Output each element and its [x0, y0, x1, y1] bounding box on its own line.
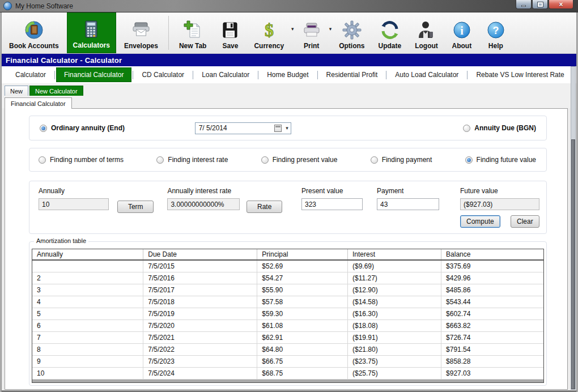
clear-button[interactable]: Clear [511, 215, 539, 228]
table-cell[interactable]: $62.91 [257, 331, 348, 343]
scrollbar-thumb[interactable] [571, 139, 575, 389]
toolbar-button-options[interactable]: Options [333, 12, 370, 53]
table-cell[interactable]: 2 [32, 272, 143, 284]
toolbar-button-envelopes[interactable]: Envelopes [118, 12, 164, 53]
table-cell[interactable]: 7/5/2017 [143, 284, 257, 296]
column-header-interest[interactable]: Interest [348, 249, 441, 260]
table-cell[interactable]: $57.58 [257, 296, 348, 308]
table-cell[interactable]: 3 [32, 284, 143, 296]
minimize-button[interactable] [516, 0, 532, 9]
tab-financial-calculator[interactable]: Financial Calculator [56, 67, 131, 82]
table-cell[interactable]: 7/5/2021 [143, 331, 257, 343]
toolbar-button-about[interactable]: iAbout [446, 12, 478, 53]
radio-finding-interest-rate[interactable]: Finding interest rate [156, 156, 228, 164]
table-cell[interactable]: ($19.91) [348, 331, 441, 343]
table-cell[interactable]: $55.90 [257, 284, 348, 296]
radio-finding-present-value[interactable]: Finding present value [261, 156, 338, 164]
toolbar-button-new-tab[interactable]: New Tab [173, 12, 212, 53]
future-value-input[interactable] [460, 198, 539, 210]
payment-input[interactable] [377, 198, 439, 210]
toolbar-button-help[interactable]: ?Help [480, 12, 512, 53]
tab-loan-calculator[interactable]: Loan Calculator [194, 68, 257, 82]
table-cell[interactable]: 6 [32, 319, 143, 331]
table-cell[interactable]: $54.27 [257, 272, 348, 284]
table-cell[interactable]: 10 [32, 367, 143, 379]
table-cell[interactable]: 5 [32, 308, 143, 319]
toolbar-button-save[interactable]: Save [214, 12, 246, 53]
table-cell[interactable]: $64.80 [257, 343, 348, 355]
maximize-button[interactable] [532, 0, 548, 9]
table-cell[interactable]: $429.96 [441, 272, 543, 284]
table-cell[interactable]: 7/5/2022 [143, 343, 257, 355]
table-cell[interactable]: $61.08 [257, 319, 348, 331]
present-value-input[interactable] [301, 198, 363, 210]
table-cell[interactable]: $68.75 [257, 367, 348, 379]
tab-home-budget[interactable]: Home Budget [260, 68, 316, 82]
table-cell[interactable]: 9 [32, 355, 143, 367]
table-cell[interactable]: 7/5/2018 [143, 296, 257, 308]
toolbar-button-update[interactable]: Update [372, 12, 407, 53]
radio-finding-number-of-terms[interactable]: Finding number of terms [39, 156, 124, 164]
start-date-picker[interactable]: 7/ 5/2014 ▾ [195, 122, 291, 134]
table-cell[interactable]: 7 [32, 331, 143, 343]
tab-rebate-vs-low-interest-rate[interactable]: Rebate VS Low Interest Rate [469, 68, 571, 82]
vertical-scrollbar[interactable] [571, 66, 576, 390]
tab-cd-calculator[interactable]: CD Calculator [134, 68, 192, 82]
annually-input[interactable] [39, 198, 109, 210]
currency-dropdown-arrow[interactable]: ▾ [291, 26, 295, 32]
table-cell[interactable]: 7/5/2016 [143, 272, 257, 284]
table-cell[interactable]: ($23.75) [348, 355, 441, 367]
table-cell[interactable]: $543.44 [441, 296, 543, 308]
date-dropdown-arrow[interactable]: ▾ [283, 125, 291, 131]
table-cell[interactable]: $485.86 [441, 284, 543, 296]
table-cell[interactable]: $858.28 [441, 355, 543, 367]
table-cell[interactable]: $602.74 [441, 308, 543, 319]
table-cell[interactable]: ($12.90) [348, 284, 441, 296]
table-cell[interactable]: 1 [32, 260, 143, 272]
table-cell[interactable]: ($25.75) [348, 367, 441, 379]
table-cell[interactable]: 7/5/2015 [143, 260, 257, 272]
toolbar-button-calculators[interactable]: Calculators [67, 12, 116, 53]
interest-rate-input[interactable] [167, 198, 240, 210]
table-cell[interactable]: 8 [32, 343, 143, 355]
table-cell[interactable]: ($11.27) [348, 272, 441, 284]
table-cell[interactable]: 7/5/2024 [143, 367, 257, 379]
table-cell[interactable]: ($21.80) [348, 343, 441, 355]
rate-button[interactable]: Rate [246, 201, 282, 213]
radio-finding-future-value[interactable]: Finding future value [465, 156, 536, 164]
subtab-new-calculator[interactable]: New Calculator [29, 86, 83, 96]
column-header-balance[interactable]: Balance [441, 249, 543, 260]
term-button[interactable]: Term [117, 201, 154, 213]
table-cell[interactable]: 4 [32, 296, 143, 308]
table-cell[interactable]: $59.30 [257, 308, 348, 319]
tab-financial-calculator-page[interactable]: Financial Calculator [5, 97, 72, 109]
table-cell[interactable]: $375.69 [441, 260, 543, 272]
toolbar-button-book-accounts[interactable]: Book Accounts [3, 12, 65, 53]
table-cell[interactable]: 7/5/2019 [143, 308, 257, 319]
close-button[interactable]: × [549, 0, 573, 9]
tab-auto-load-calculator[interactable]: Auto Load Calculator [388, 68, 466, 82]
table-cell[interactable]: $66.75 [257, 355, 348, 367]
table-cell[interactable]: $726.74 [441, 331, 543, 343]
table-cell[interactable]: 7/5/2023 [143, 355, 257, 367]
print-dropdown-arrow[interactable]: ▾ [329, 26, 333, 32]
toolbar-button-currency[interactable]: $Currency [248, 12, 290, 53]
table-cell[interactable]: 7/5/2020 [143, 319, 257, 331]
tab-calculator[interactable]: Calculator [8, 68, 53, 82]
table-cell[interactable]: $791.54 [441, 343, 543, 355]
table-cell[interactable]: $52.69 [257, 260, 348, 272]
table-cell[interactable]: $663.82 [441, 319, 543, 331]
radio-annuity-due[interactable]: Annuity Due (BGN) [463, 124, 536, 132]
table-cell[interactable]: ($18.08) [348, 319, 441, 331]
table-cell[interactable]: $927.03 [441, 367, 543, 379]
compute-button[interactable]: Compute [460, 215, 500, 228]
column-header-annually[interactable]: Annually [32, 249, 143, 260]
column-header-principal[interactable]: Principal [257, 249, 348, 260]
subtab-new[interactable]: New [5, 86, 28, 96]
toolbar-button-print[interactable]: Print [296, 12, 328, 53]
table-cell[interactable]: ($16.30) [348, 308, 441, 319]
radio-ordinary-annuity[interactable]: Ordinary annuity (End) [40, 124, 125, 132]
toolbar-button-logout[interactable]: Logout [409, 12, 444, 53]
tab-residential-profit[interactable]: Residential Profit [319, 68, 385, 82]
table-cell[interactable]: ($9.69) [348, 260, 441, 272]
